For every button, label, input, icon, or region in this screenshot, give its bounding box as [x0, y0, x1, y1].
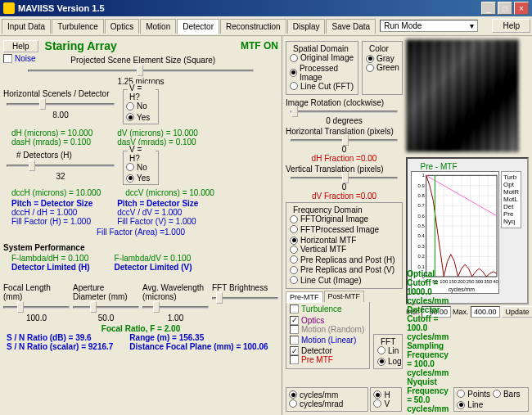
range-value: Range (m) = 156.35	[129, 333, 268, 342]
sysperf-label: System Performance	[3, 243, 278, 252]
noise-checkbox[interactable]: Noise	[3, 54, 36, 63]
vh-group-1: V = H? No Yes	[123, 89, 159, 124]
sn-db: S / N Ratio (dB) = 39.6	[7, 333, 113, 342]
tab-bar: Input Data Turbulence Optics Motion Dete…	[0, 16, 532, 36]
legend-nyq: Nyq	[503, 218, 519, 225]
right-pane: Spatial Domain Original Image Processed …	[282, 36, 532, 415]
wavelength-label: Avg. Wavelength (microns)	[142, 283, 209, 301]
minimize-button[interactable]: _	[481, 2, 496, 15]
aperture-slider[interactable]	[73, 306, 139, 309]
svg-text:0.8: 0.8	[418, 193, 426, 198]
svg-text:0.7: 0.7	[418, 203, 425, 208]
ht-slider[interactable]	[291, 139, 398, 142]
freq-o5[interactable]: Pre Replicas and Post (H)	[290, 255, 395, 264]
ndetectors-slider[interactable]	[7, 165, 115, 167]
vh-no-2[interactable]: No	[126, 163, 147, 172]
ff-v: Fill Factor (V) = 1.000	[117, 217, 198, 226]
color-title: Color	[367, 44, 390, 53]
rotation-label: Image Rotation (clockwise)	[286, 98, 403, 107]
legend-det: Det	[503, 203, 519, 210]
noise-checkbox-box[interactable]	[3, 54, 12, 63]
cutoff-nyq: Nyquist Frequency = 50.0 cycles/mm	[407, 377, 449, 413]
wavelength-slider[interactable]	[142, 306, 209, 309]
spatial-processed[interactable]: Processed Image	[290, 64, 354, 82]
flambda-v: F-lambda/dV = 0.100	[115, 254, 192, 263]
run-mode-select[interactable]: Run Mode ▾	[380, 20, 478, 32]
aperture-value: 50.0	[73, 314, 139, 323]
help-button[interactable]: Help	[3, 40, 38, 52]
color-green[interactable]: Green	[366, 63, 399, 72]
tab-motion[interactable]: Motion	[140, 19, 176, 34]
plot-points[interactable]: Points	[457, 390, 490, 399]
bottom-block: cycles/mm cycles/mrad H V Optical Cutoff…	[286, 269, 529, 413]
spatial-title: Spatial Domain	[291, 44, 350, 53]
maximize-button[interactable]: □	[498, 2, 512, 15]
ndetectors-value: 32	[3, 172, 118, 181]
chart-legend: Turb Opt MotR MotL Det Pre Nyq	[501, 171, 521, 228]
legend-motr: MotR	[503, 188, 519, 196]
projected-slider[interactable]	[28, 70, 254, 72]
vh-yes-2[interactable]: Yes	[126, 174, 150, 183]
chart-title: Pre - MTF	[382, 162, 495, 171]
dv-value: dV (microns) = 10.000	[117, 129, 198, 138]
spatial-linecut[interactable]: Line Cut (FFT)	[290, 82, 354, 91]
vh-no-1[interactable]: No	[126, 101, 147, 111]
help-button-top[interactable]: Help	[492, 19, 530, 33]
vh-yes-1[interactable]: Yes	[126, 113, 150, 122]
dccv-value: dccV (microns) = 10.000	[125, 188, 214, 197]
vt-value: 0	[286, 183, 403, 192]
tab-display[interactable]: Display	[287, 19, 326, 34]
focal-slider[interactable]	[3, 306, 70, 309]
units-cpmrad[interactable]: cycles/mrad	[289, 399, 343, 408]
pitch-v: Pitch = Detector Size	[117, 199, 198, 208]
flambda-h: F-lambda/dH = 0.100	[11, 254, 90, 263]
aperture-label: Aperture Diameter (mm)	[73, 283, 139, 301]
projected-label: Projected Scene Element Size (Square)	[70, 56, 215, 65]
freq-o1[interactable]: FFTOriginal Image	[290, 214, 368, 223]
h-scenels-label: Horizontal Scenels / Detector	[3, 89, 118, 98]
tab-save-data[interactable]: Save Data	[326, 19, 376, 34]
color-gray[interactable]: Gray	[366, 54, 394, 63]
tab-input-data[interactable]: Input Data	[2, 19, 51, 34]
tab-detector[interactable]: Detector	[177, 19, 219, 34]
plot-bars[interactable]: Bars	[493, 390, 521, 399]
legend-opt: Opt	[503, 181, 519, 188]
plot-line[interactable]: Line	[457, 400, 483, 409]
rotation-value: 0 degrees	[286, 116, 403, 125]
app-icon	[3, 2, 15, 14]
h-scenels-slider[interactable]	[7, 103, 115, 106]
dash-value: dasH (mrads) = 0.100	[11, 138, 92, 147]
axis-h[interactable]: H	[373, 390, 390, 399]
run-mode-label: Run Mode	[384, 21, 422, 30]
svg-text:0.6: 0.6	[418, 214, 426, 219]
vh-label-2: V = H?	[128, 145, 156, 163]
ff-area: Fill Factor (Area) =1.000	[3, 228, 278, 237]
svg-text:1: 1	[422, 173, 424, 178]
h-scenels-value: 8.00	[3, 111, 118, 120]
tab-optics[interactable]: Optics	[105, 19, 139, 34]
legend-turb: Turb	[503, 174, 519, 181]
rotation-slider[interactable]	[291, 111, 398, 113]
mtf-status: MTF ON	[241, 40, 278, 52]
vt-slider[interactable]	[291, 177, 398, 179]
tab-turbulence[interactable]: Turbulence	[52, 19, 104, 34]
main-content: Help Staring Array MTF ON Noise Projecte…	[0, 36, 532, 415]
dh-value: dH (microns) = 10.000	[11, 129, 92, 138]
legend-motl: MotL	[503, 196, 519, 203]
fft-brightness-slider[interactable]	[212, 297, 278, 300]
axis-v[interactable]: V	[373, 399, 390, 408]
freq-o3[interactable]: Horizontal MTF	[290, 236, 356, 245]
freq-o2[interactable]: FFTProcessed Image	[290, 225, 379, 234]
tab-reconstruction[interactable]: Reconstruction	[220, 19, 286, 34]
svg-text:0.4: 0.4	[418, 233, 426, 238]
dcch-value: dccH (microns) = 10.000	[11, 188, 101, 197]
ratio-v: dccV / dV = 1.000	[117, 208, 198, 217]
ndetectors-label: # Detectors (H)	[16, 151, 118, 160]
vh-label-1: V = H?	[128, 83, 156, 101]
pitch-h: Pitch = Detector Size	[11, 199, 92, 208]
freq-o4[interactable]: Vertical MTF	[290, 245, 346, 254]
units-cpmm[interactable]: cycles/mm	[289, 390, 338, 399]
hv-group: H V	[370, 387, 402, 413]
close-button[interactable]: ×	[514, 2, 529, 15]
spatial-original[interactable]: Original Image	[290, 53, 354, 62]
